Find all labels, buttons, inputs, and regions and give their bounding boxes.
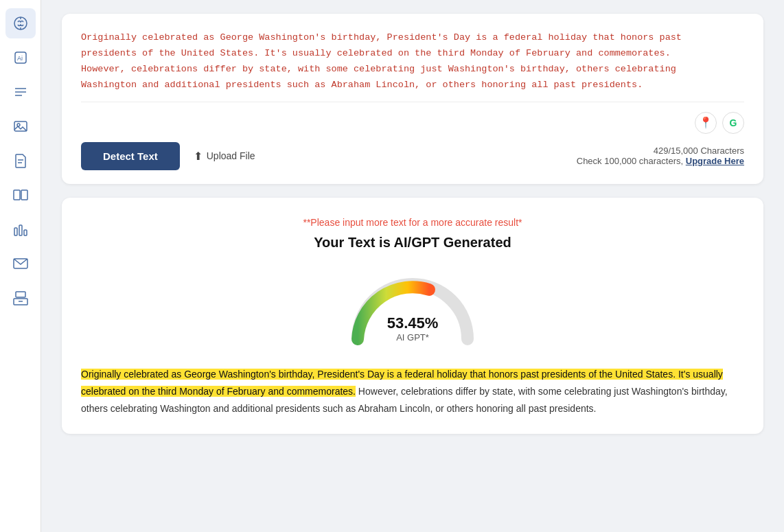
detect-text-button[interactable]: Detect Text <box>81 142 180 170</box>
svg-rect-12 <box>14 190 20 200</box>
char-upgrade-row: Check 100,000 characters, Upgrade Here <box>577 156 744 166</box>
sidebar-item-list[interactable] <box>5 77 36 107</box>
upload-icon: ⬆ <box>194 150 203 163</box>
gauge-wrapper: 53.45% AI GPT* <box>81 267 744 349</box>
warning-text: **Please input more text for a more accu… <box>81 217 744 228</box>
action-row: Detect Text ⬆ Upload File 429/15,000 Cha… <box>81 142 744 170</box>
gauge-label: 53.45% AI GPT* <box>387 314 439 343</box>
sidebar: Ai <box>0 0 41 532</box>
gauge-percent: 53.45% <box>387 314 439 332</box>
sidebar-item-image[interactable] <box>5 111 36 141</box>
location-icon: 📍 <box>699 116 713 129</box>
gauge-sub: AI GPT* <box>387 332 439 343</box>
result-title: Your Text is AI/GPT Generated <box>81 235 744 251</box>
icon-row: 📍 G <box>81 112 744 134</box>
highlighted-text-block: Originally celebrated as George Washingt… <box>81 366 744 418</box>
svg-rect-13 <box>21 190 27 200</box>
sidebar-item-document[interactable] <box>5 146 36 176</box>
sidebar-item-chart[interactable] <box>5 214 36 244</box>
text-area-wrapper: Originally celebrated as George Washingt… <box>81 30 744 134</box>
svg-rect-19 <box>16 292 25 297</box>
upload-file-button[interactable]: ⬆ Upload File <box>194 150 255 163</box>
input-card: Originally celebrated as George Washingt… <box>62 14 763 184</box>
svg-text:Ai: Ai <box>17 55 23 62</box>
char-upgrade-prefix: Check 100,000 characters, <box>577 156 683 166</box>
grammarly-icon: G <box>730 117 737 128</box>
sidebar-item-ai[interactable]: Ai <box>5 43 36 73</box>
sidebar-item-brain[interactable] <box>5 8 36 38</box>
input-text-display[interactable]: Originally celebrated as George Washingt… <box>81 30 744 102</box>
svg-rect-14 <box>14 228 17 235</box>
sidebar-item-export[interactable] <box>5 283 36 313</box>
char-count: 429/15,000 Characters <box>577 146 744 156</box>
gauge-container: 53.45% AI GPT* <box>344 267 481 349</box>
svg-rect-15 <box>19 225 22 235</box>
upload-file-label: Upload File <box>207 150 255 161</box>
location-icon-btn[interactable]: 📍 <box>695 112 717 134</box>
result-card: **Please input more text for a more accu… <box>62 198 763 435</box>
grammarly-icon-btn[interactable]: G <box>722 112 744 134</box>
upgrade-link[interactable]: Upgrade Here <box>686 156 744 166</box>
char-info: 429/15,000 Characters Check 100,000 char… <box>577 146 744 166</box>
svg-rect-16 <box>24 230 27 235</box>
sidebar-item-compare[interactable] <box>5 180 36 210</box>
sidebar-item-email[interactable] <box>5 248 36 279</box>
main-content: Originally celebrated as George Washingt… <box>41 0 784 532</box>
